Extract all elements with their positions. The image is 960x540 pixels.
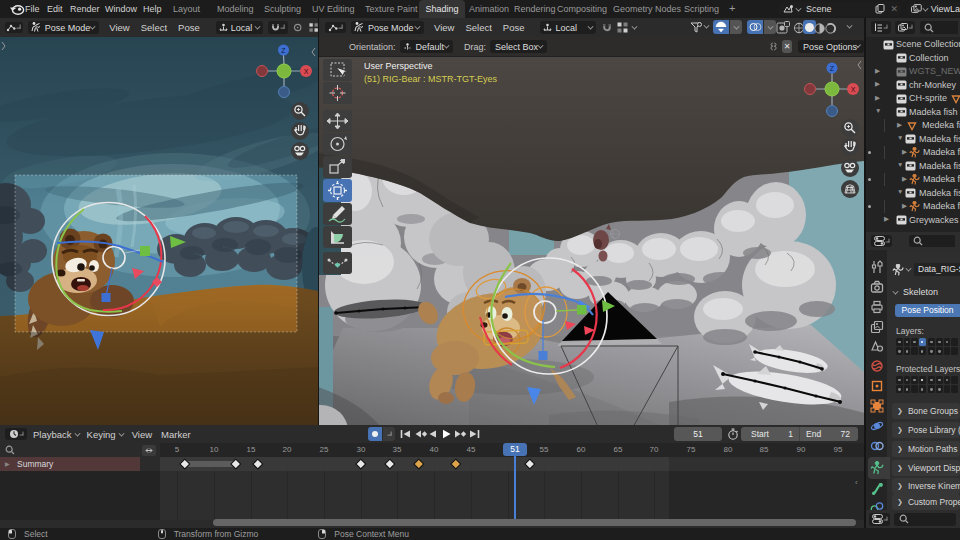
svg-text:X: X [851,86,856,93]
svg-text:User Perspective: User Perspective [364,61,433,71]
svg-text:Z: Z [830,65,835,72]
svg-text:Z: Z [281,47,286,54]
svg-text:(51) RIG-Bear : MSTR-TGT-Eyes: (51) RIG-Bear : MSTR-TGT-Eyes [364,74,498,84]
svg-text:X: X [304,68,309,75]
